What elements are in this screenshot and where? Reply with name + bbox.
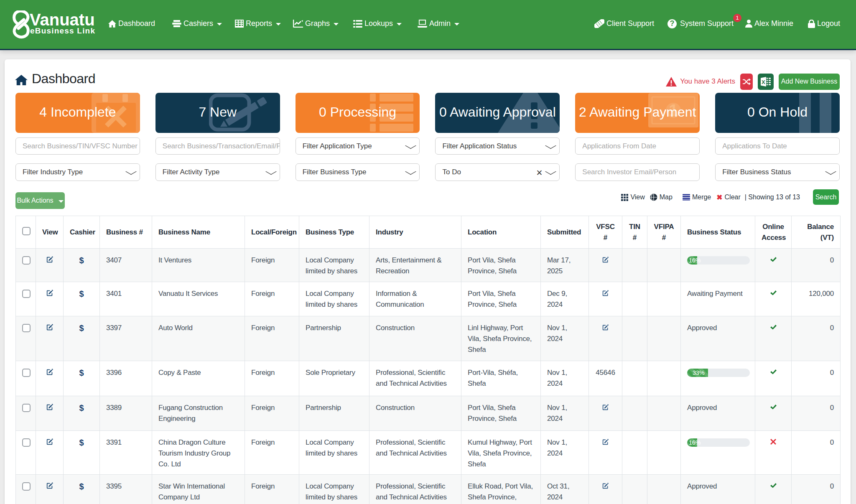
svg-text:X: X [762, 79, 765, 85]
